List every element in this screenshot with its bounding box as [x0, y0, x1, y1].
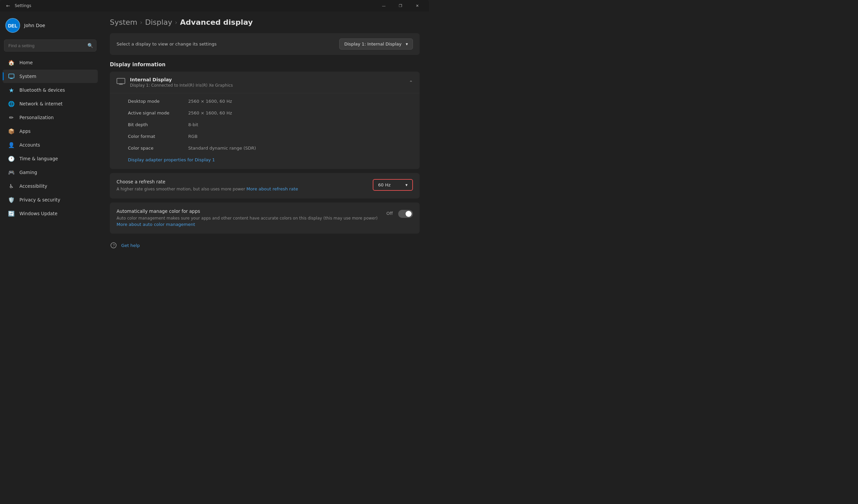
sidebar: DELL John Doe 🔍 🏠 Home [0, 11, 100, 252]
get-help-label: Get help [121, 243, 140, 248]
window-title: Settings [15, 3, 376, 8]
refresh-rate-info: Choose a refresh rate A higher rate give… [116, 179, 366, 192]
sidebar-item-home[interactable]: 🏠 Home [3, 56, 98, 69]
gaming-icon: 🎮 [8, 169, 15, 176]
bluetooth-icon: ★ [8, 87, 15, 93]
windows-update-icon: 🔄 [8, 210, 15, 217]
sidebar-item-bluetooth[interactable]: ★ Bluetooth & devices [3, 83, 98, 97]
accounts-icon: 👤 [8, 142, 15, 148]
user-section: DELL John Doe [0, 11, 100, 38]
auto-color-title: Automatically manage color for apps [116, 209, 380, 214]
sidebar-item-label: Time & language [19, 156, 58, 161]
sidebar-item-personalization[interactable]: ✏️ Personalization [3, 111, 98, 124]
breadcrumb-sep-1: › [140, 19, 142, 26]
svg-rect-3 [117, 78, 125, 84]
sidebar-item-label: Accounts [19, 142, 40, 148]
refresh-rate-desc: A higher rate gives smoother motion, but… [116, 186, 366, 192]
personalization-icon: ✏️ [8, 114, 15, 121]
sidebar-item-privacy[interactable]: 🛡️ Privacy & security [3, 193, 98, 207]
prop-label: Desktop mode [128, 99, 181, 104]
auto-color-desc: Auto color management makes sure your ap… [116, 215, 380, 228]
back-button[interactable]: ← [4, 2, 12, 10]
section-title-display-info: Display information [110, 62, 419, 68]
prop-value: 2560 × 1600, 60 Hz [188, 111, 232, 115]
display-header-left: Internal Display Display 1: Connected to… [116, 77, 233, 88]
prop-color-format: Color format RGB [110, 131, 419, 142]
sidebar-item-network[interactable]: 🌐 Network & internet [3, 97, 98, 111]
search-input[interactable] [4, 39, 96, 51]
time-icon: 🕐 [8, 155, 15, 162]
prop-label: Color space [128, 146, 181, 151]
privacy-icon: 🛡️ [8, 196, 15, 203]
chevron-up-icon[interactable]: ⌃ [409, 80, 413, 85]
breadcrumb-display[interactable]: Display [145, 18, 172, 27]
settings-window: ← Settings — ❐ ✕ DELL John Doe 🔍 [0, 0, 429, 252]
sidebar-item-label: Home [19, 60, 33, 65]
prop-value: 2560 × 1600, 60 Hz [188, 99, 232, 104]
sidebar-item-accessibility[interactable]: ♿ Accessibility [3, 179, 98, 193]
sidebar-item-gaming[interactable]: 🎮 Gaming [3, 166, 98, 179]
search-icon: 🔍 [88, 43, 93, 48]
search-box: 🔍 [4, 39, 96, 51]
display-header: Internal Display Display 1: Connected to… [110, 71, 419, 93]
breadcrumb-current: Advanced display [180, 18, 253, 27]
prop-color-space: Color space Standard dynamic range (SDR) [110, 142, 419, 154]
home-icon: 🏠 [8, 59, 15, 66]
sidebar-item-label: Privacy & security [19, 197, 60, 202]
auto-color-card: Automatically manage color for apps Auto… [110, 202, 419, 234]
help-icon: ? [110, 242, 117, 249]
sidebar-item-system[interactable]: System [3, 70, 98, 83]
sidebar-item-time[interactable]: 🕐 Time & language [3, 152, 98, 165]
svg-rect-1 [9, 74, 14, 78]
display-name: Internal Display [130, 77, 233, 82]
display-info-card: Internal Display Display 1: Connected to… [110, 71, 419, 169]
svg-text:DELL: DELL [8, 23, 17, 29]
refresh-rate-link[interactable]: More about refresh rate [247, 186, 298, 192]
sidebar-item-accounts[interactable]: 👤 Accounts [3, 138, 98, 151]
sidebar-item-label: Accessibility [19, 183, 47, 189]
svg-rect-2 [10, 78, 13, 79]
sidebar-item-windows-update[interactable]: 🔄 Windows Update [3, 207, 98, 220]
refresh-rate-card: Choose a refresh rate A higher rate give… [110, 173, 419, 198]
display-properties: Desktop mode 2560 × 1600, 60 Hz Active s… [110, 93, 419, 169]
display-dropdown[interactable]: Display 1: Internal Display ▾ [339, 38, 413, 50]
auto-color-row: Automatically manage color for apps Auto… [110, 202, 419, 234]
toggle-knob [406, 211, 412, 217]
maximize-button[interactable]: ❐ [393, 0, 408, 11]
svg-text:?: ? [113, 243, 115, 247]
auto-color-info: Automatically manage color for apps Auto… [116, 209, 380, 228]
auto-color-link[interactable]: More about auto color management [116, 222, 195, 227]
sidebar-item-label: Bluetooth & devices [19, 87, 65, 93]
prop-value: Standard dynamic range (SDR) [188, 146, 256, 151]
breadcrumb-system[interactable]: System [110, 18, 137, 27]
chevron-down-icon: ▾ [406, 42, 408, 47]
footer-links: ? Get help Give feedback [110, 242, 419, 252]
prop-desktop-mode: Desktop mode 2560 × 1600, 60 Hz [110, 95, 419, 107]
refresh-rate-title: Choose a refresh rate [116, 179, 366, 184]
toggle-label: Off [386, 211, 393, 216]
display-selector-label: Select a display to view or change its s… [116, 42, 217, 47]
accessibility-icon: ♿ [8, 183, 15, 190]
adapter-link[interactable]: Display adapter properties for Display 1 [128, 157, 215, 162]
sidebar-item-label: Windows Update [19, 211, 57, 216]
display-dropdown-value: Display 1: Internal Display [344, 42, 401, 47]
sidebar-item-label: Personalization [19, 115, 53, 120]
get-help-link[interactable]: ? Get help [110, 242, 419, 249]
prop-label: Bit depth [128, 122, 181, 127]
prop-label: Color format [128, 134, 181, 139]
apps-icon: 📦 [8, 128, 15, 134]
prop-active-signal: Active signal mode 2560 × 1600, 60 Hz [110, 107, 419, 119]
main-content: System › Display › Advanced display Sele… [100, 11, 429, 252]
breadcrumb-sep-2: › [175, 19, 177, 26]
chevron-down-icon: ▾ [405, 182, 408, 188]
adapter-link-row: Display adapter properties for Display 1 [110, 154, 419, 167]
minimize-button[interactable]: — [376, 0, 392, 11]
refresh-rate-dropdown[interactable]: 60 Hz ▾ [373, 179, 413, 191]
sidebar-item-label: Network & internet [19, 101, 63, 107]
monitor-icon [116, 78, 125, 87]
sidebar-item-apps[interactable]: 📦 Apps [3, 125, 98, 138]
close-button[interactable]: ✕ [410, 0, 425, 11]
refresh-rate-value: 60 Hz [378, 182, 391, 188]
auto-color-toggle[interactable] [398, 210, 413, 218]
auto-color-toggle-group: Off [386, 209, 413, 218]
